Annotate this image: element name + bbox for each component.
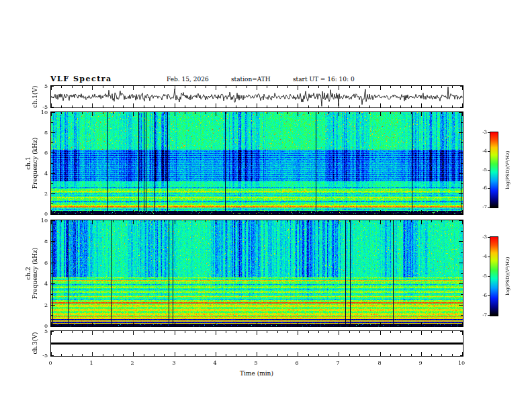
y-tick-mark — [51, 252, 53, 253]
x-tick-mark — [92, 210, 93, 214]
x-tick-mark — [390, 354, 391, 356]
colorbar-ch1 — [490, 132, 498, 208]
x-tick-mark — [390, 324, 391, 326]
x-tick-mark — [195, 112, 195, 114]
x-tick-mark — [277, 354, 278, 356]
x-tick-mark — [185, 212, 185, 214]
x-tick-mark — [318, 331, 319, 333]
x-tick-mark — [92, 352, 93, 356]
x-tick-mark — [339, 220, 339, 224]
x-tick-mark — [206, 324, 206, 326]
x-tick-mark — [216, 86, 216, 90]
y-tick-mark — [51, 97, 54, 97]
x-tick-mark — [236, 105, 236, 107]
x-tick-mark — [133, 220, 134, 224]
x-tick-mark — [411, 324, 412, 326]
y-tick-mark — [51, 193, 55, 194]
x-tick-mark — [247, 212, 247, 214]
y-tick-mark — [51, 315, 53, 316]
x-tick-mark — [298, 331, 298, 335]
x-tick-mark — [400, 86, 401, 88]
y-tick-mark — [51, 214, 55, 214]
x-tick-mark — [216, 112, 216, 116]
x-tick-mark — [123, 354, 124, 356]
x-tick-mark — [441, 112, 442, 114]
x-tick-mark — [267, 354, 267, 356]
colorbar-tick-label: -4 — [477, 148, 487, 154]
y-tick-mark — [461, 122, 463, 123]
x-tick-mark — [113, 105, 114, 107]
x-tick-mark — [298, 352, 298, 356]
x-tick-mark — [339, 352, 339, 356]
colorbar-tick-label: -5 — [477, 273, 487, 279]
y-tick-mark — [459, 263, 463, 263]
y-tick-label: 6 — [37, 260, 48, 266]
colorbar-ch1-canvas — [490, 132, 498, 208]
x-tick-mark — [298, 322, 298, 326]
x-tick-mark — [298, 210, 298, 214]
figure-title: VLF Spectra — [50, 75, 112, 83]
x-tick-mark — [195, 212, 195, 214]
x-tick-mark — [144, 105, 144, 107]
x-tick-mark — [247, 86, 247, 88]
x-tick-mark — [400, 112, 401, 114]
x-tick-mark — [328, 324, 329, 326]
x-tick-mark — [226, 86, 226, 88]
x-tick-mark — [72, 324, 73, 326]
x-tick-mark — [411, 354, 412, 356]
x-tick-mark — [390, 86, 391, 88]
x-tick-mark — [195, 105, 195, 107]
ch3-flatline-trace — [51, 342, 463, 345]
x-tick-mark — [431, 112, 432, 114]
x-tick-mark — [216, 322, 216, 326]
x-tick-mark — [144, 331, 144, 333]
x-tick-mark — [380, 103, 381, 107]
x-tick-mark — [369, 105, 370, 107]
x-tick-mark — [452, 212, 453, 214]
x-tick-mark — [72, 212, 73, 214]
y-tick-mark — [51, 263, 55, 263]
y-tick-mark — [459, 326, 463, 326]
x-tick-mark — [82, 212, 83, 214]
x-tick-mark — [247, 331, 247, 333]
y-tick-mark — [459, 214, 463, 214]
x-tick-mark — [318, 105, 319, 107]
x-tick-mark — [61, 354, 62, 356]
x-tick-mark — [359, 212, 360, 214]
y-tick-mark — [459, 241, 463, 242]
x-tick-mark — [421, 322, 422, 326]
y-tick-label: 5 — [36, 328, 48, 334]
x-tick-mark — [154, 220, 154, 222]
y-tick-mark — [460, 97, 463, 97]
x-tick-mark — [123, 105, 124, 107]
colorbar-tick-mark — [488, 237, 490, 238]
x-tick-mark — [287, 212, 288, 214]
y-tick-mark — [51, 294, 53, 295]
x-tick-mark — [82, 220, 83, 222]
ch1-spec-ylabel-line2: Frequency (kHz) — [32, 138, 38, 189]
x-tick-mark — [206, 212, 206, 214]
y-tick-mark — [51, 231, 53, 232]
x-tick-mark — [257, 352, 257, 356]
x-tick-mark — [452, 324, 453, 326]
y-tick-mark — [461, 252, 463, 253]
x-tick-mark — [441, 212, 442, 214]
x-tick-mark — [328, 112, 329, 114]
colorbar-tick-label: -3 — [477, 130, 487, 135]
x-tick-mark — [113, 324, 114, 326]
x-tick-mark — [349, 324, 350, 326]
x-tick-mark — [400, 212, 401, 214]
colorbar-tick-mark — [488, 188, 490, 189]
x-tick-mark — [349, 354, 350, 356]
x-tick-mark — [113, 86, 114, 88]
y-tick-mark — [51, 343, 54, 344]
x-tick-mark — [257, 112, 257, 116]
x-tick-mark — [133, 210, 134, 214]
x-tick-mark — [164, 354, 165, 356]
x-tick-mark — [154, 331, 154, 333]
x-tick-mark — [287, 112, 288, 114]
x-tick-mark — [369, 324, 370, 326]
x-tick-mark — [287, 105, 288, 107]
colorbar-tick-label: -6 — [477, 293, 487, 298]
y-tick-mark — [459, 283, 463, 284]
